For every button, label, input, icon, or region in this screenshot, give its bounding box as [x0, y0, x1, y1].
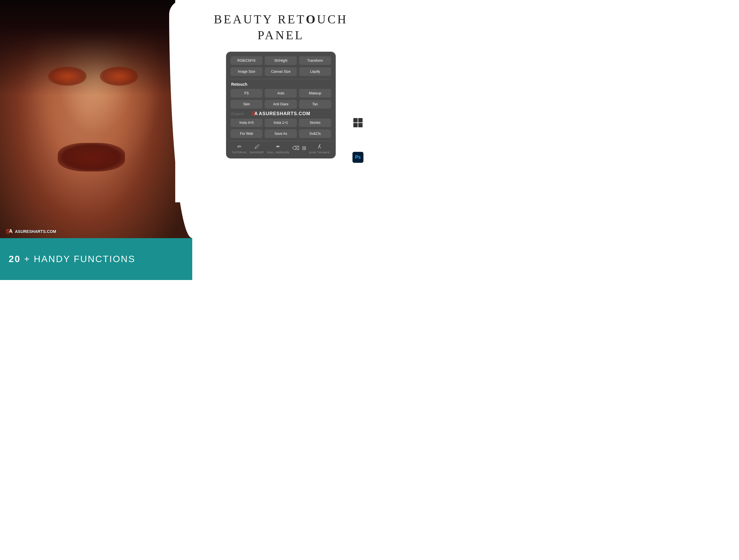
btn-stories[interactable]: Stories: [299, 118, 331, 127]
right-panel: BEAUTY RETOUCH PANEL RGB/CMYK Sh/Highl T…: [192, 0, 370, 280]
curved-edge: [175, 0, 192, 202]
main-layout: S A ASURESHARTS.COM 20 + HANDY FUNCTIONS…: [0, 0, 370, 280]
footer-give-thanks[interactable]: ʎ GIVE THANKS: [309, 143, 330, 154]
eye-makeup-right: [100, 67, 138, 86]
footer-support[interactable]: 🖊 SUPPORT: [250, 144, 264, 154]
watermark-photo: S A ASURESHARTS.COM: [6, 228, 56, 235]
eye-makeup-left: [48, 67, 86, 86]
watermark-url: ASURESHARTS.COM: [15, 229, 56, 234]
tutorial-label: TUTORIAL: [232, 151, 247, 154]
photo-background: [0, 0, 192, 238]
win-tile-3: [353, 123, 358, 127]
support-label: SUPPORT: [250, 151, 264, 154]
watermark-s: S: [6, 228, 10, 235]
btn-save-as[interactable]: Save As: [265, 129, 297, 138]
btn-liquify[interactable]: Liquify: [299, 67, 331, 76]
wm-overlay-text: ASURESHARTS.COM: [259, 111, 310, 116]
btn-auto[interactable]: Auto: [265, 89, 297, 98]
eraser-icon: ⌫: [292, 145, 299, 151]
panel-row-4: Skin Anti Glare Tan: [231, 100, 331, 109]
retouch-section: Retouch FS Auto Makeup Skin Anti Glare T…: [231, 82, 331, 109]
give-thanks-label: GIVE THANKS: [309, 151, 330, 154]
export-section-wrapper: Export Insta 4×5 Insta 1×1 Stories For W…: [231, 111, 331, 138]
btn-insta-11[interactable]: Insta 1×1: [265, 118, 297, 127]
bottom-tagline: 20 + HANDY FUNCTIONS: [9, 254, 135, 264]
btn-sh-highl[interactable]: Sh/Highl: [265, 56, 297, 65]
retouch-label: Retouch: [231, 82, 331, 87]
btn-makeup[interactable]: Makeup: [299, 89, 331, 98]
photoshop-icon[interactable]: Ps: [352, 152, 364, 163]
btn-sv-cls[interactable]: Sv&Cls: [299, 129, 331, 138]
btn-canvas-size[interactable]: Canvas Size: [265, 67, 297, 76]
win-logo: [353, 118, 362, 127]
btn-fs[interactable]: FS: [231, 89, 263, 98]
plus-icon: ⊞: [302, 145, 306, 151]
btn-tan[interactable]: Tan: [299, 100, 331, 109]
btn-rgb-cmyk[interactable]: RGB/CMYK: [231, 56, 263, 65]
os-icons-panel: Ps: [352, 117, 364, 163]
divider-1: [231, 79, 331, 79]
win-tile-2: [358, 118, 362, 122]
wm-overlay-s: S: [252, 110, 255, 117]
title-bold-o: O: [306, 13, 317, 26]
win-tile-4: [358, 123, 362, 127]
footer-item-5[interactable]: ⊞: [302, 145, 306, 152]
full-version-label: FULL VERSION: [267, 151, 289, 154]
beauty-retouch-panel: RGB/CMYK Sh/Highl Transform Image Size C…: [226, 52, 336, 158]
btn-image-size[interactable]: Image Size: [231, 67, 263, 76]
apple-icon[interactable]: [352, 134, 364, 146]
panel-row-1: RGB/CMYK Sh/Highl Transform: [231, 56, 331, 65]
btn-transform[interactable]: Transform: [299, 56, 331, 65]
win-tile-1: [353, 118, 358, 122]
panel-watermark-overlay: S A ASURESHARTS.COM: [231, 109, 331, 119]
windows-icon[interactable]: [352, 117, 364, 128]
footer-tutorial[interactable]: ✏ TUTORIAL: [232, 143, 247, 154]
title-area: BEAUTY RETOUCH PANEL: [202, 12, 359, 43]
btn-insta-45[interactable]: Insta 4×5: [231, 118, 263, 127]
bottom-bar: 20 + HANDY FUNCTIONS: [0, 238, 192, 280]
panel-row-6: For Web Save As Sv&Cls: [231, 129, 331, 138]
panel-row-5: Insta 4×5 Insta 1×1 Stories: [231, 118, 331, 127]
support-icon: 🖊: [255, 144, 260, 150]
give-thanks-icon: ʎ: [318, 143, 321, 150]
hair-overlay: [0, 0, 192, 95]
photo-panel: S A ASURESHARTS.COM 20 + HANDY FUNCTIONS: [0, 0, 192, 280]
ps-logo: Ps: [352, 152, 363, 163]
footer-full-version[interactable]: ✒ FULL VERSION: [267, 143, 289, 154]
full-version-icon: ✒: [276, 143, 280, 150]
btn-skin[interactable]: Skin: [231, 100, 263, 109]
btn-anti-glare[interactable]: Anti Glare: [265, 100, 297, 109]
panel-row-3: FS Auto Makeup: [231, 89, 331, 98]
footer-item-4[interactable]: ⌫: [292, 145, 299, 152]
panel-footer: ✏ TUTORIAL 🖊 SUPPORT ✒ FULL VERSION ⌫ ⊞: [231, 141, 331, 154]
btn-for-web[interactable]: For Web: [231, 129, 263, 138]
page-title: BEAUTY RETOUCH PANEL: [214, 12, 348, 43]
panel-row-2: Image Size Canvas Size Liquify: [231, 67, 331, 76]
tutorial-icon: ✏: [237, 143, 242, 150]
lip-area: [58, 143, 125, 171]
